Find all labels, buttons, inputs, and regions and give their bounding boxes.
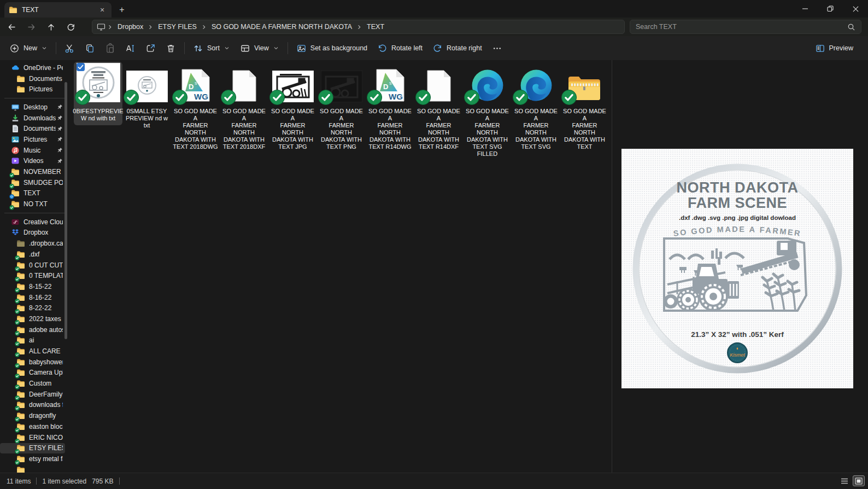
list-view-button[interactable] bbox=[838, 475, 851, 486]
sidebar-item-all-care[interactable]: ALL CARE bbox=[0, 346, 69, 357]
breadcrumb-chevron-icon[interactable] bbox=[107, 24, 114, 31]
breadcrumb-etsy-files[interactable]: ETSY FILES bbox=[154, 21, 201, 32]
sidebar-item-8-16-22[interactable]: 8-16-22 bbox=[0, 292, 69, 303]
share-icon bbox=[145, 43, 156, 54]
sidebar-item-8-15-22[interactable]: 8-15-22 bbox=[0, 281, 69, 292]
pin-icon bbox=[57, 158, 63, 164]
sidebar-item-adobe-autosave[interactable]: adobe autosave bbox=[0, 324, 69, 335]
sidebar-item-item[interactable] bbox=[0, 464, 69, 473]
svg-text:SO GOD MADE A FARMER: SO GOD MADE A FARMER bbox=[673, 225, 802, 238]
sidebar-item-dxf[interactable]: .dxf bbox=[0, 249, 69, 260]
music-icon bbox=[11, 146, 20, 155]
sidebar-item-pictures[interactable]: Pictures bbox=[0, 134, 69, 145]
toolbar-copy-button[interactable] bbox=[80, 39, 100, 57]
sidebar-item-custom[interactable]: Custom bbox=[0, 378, 69, 389]
file-item-so-god-made-a-farmer-north-dakota-with-t[interactable]: SO GOD MADE A FARMER NORTH DAKOTA WITH T… bbox=[317, 62, 366, 154]
sidebar-item-deerfamilymou[interactable]: DeerFamilyMou bbox=[0, 389, 69, 400]
file-item-so-god-made-a-farmer-north-dakota-with-t[interactable]: SO GOD MADE A FARMER NORTH DAKOTA WITH T… bbox=[220, 62, 268, 154]
sidebar-item-label: DeerFamilyMou bbox=[29, 391, 63, 398]
preview-toggle-button[interactable]: Preview bbox=[810, 39, 858, 57]
breadcrumb-so-god-made-a-farmer-north-dakota[interactable]: SO GOD MADE A FARMER NORTH DAKOTA bbox=[208, 21, 356, 32]
new-tab-button[interactable]: + bbox=[116, 4, 128, 16]
sidebar-item-pictures[interactable]: Pictures bbox=[0, 84, 69, 95]
file-item-so-god-made-a-farmer-north-dakota-with-t[interactable]: SO GOD MADE A FARMER NORTH DAKOTA WITH T… bbox=[268, 62, 317, 154]
sidebar-item-documents[interactable]: Documents bbox=[0, 73, 69, 84]
sidebar-item-easton-block[interactable]: easton block bbox=[0, 421, 69, 432]
file-item-so-god-made-a-farmer-north-dakota-with-t[interactable]: DsWGSO GOD MADE A FARMER NORTH DAKOTA WI… bbox=[171, 62, 220, 154]
toolbar-paste-button[interactable] bbox=[100, 39, 120, 57]
file-item-so-god-made-a-farmer-north-dakota-with-t[interactable]: DsWGSO GOD MADE A FARMER NORTH DAKOTA WI… bbox=[366, 62, 414, 154]
preview-dimensions-text: 21.3” X 32” with .051” Kerf bbox=[691, 330, 784, 339]
sidebar-item-etsy-files[interactable]: ETSY FILES bbox=[0, 443, 69, 453]
sidebar-item-onedrive-perso[interactable]: OneDrive - Perso bbox=[0, 62, 69, 73]
sidebar-item-downloads[interactable]: Downloads bbox=[0, 113, 69, 124]
up-button[interactable] bbox=[43, 19, 59, 34]
creativecloud-icon bbox=[11, 218, 20, 226]
sidebar-item-label: Documents bbox=[24, 125, 56, 132]
png-thumbnail-icon bbox=[319, 63, 365, 102]
svg-text:WG: WG bbox=[194, 92, 208, 101]
address-bar[interactable]: DropboxETSY FILESSO GOD MADE A FARMER NO… bbox=[92, 20, 625, 34]
forward-button[interactable] bbox=[23, 19, 39, 34]
explorer-tab[interactable]: TEXT × bbox=[4, 2, 112, 18]
file-item-so-god-made-a-farmer-north-dakota-with-t[interactable]: SO GOD MADE A FARMER NORTH DAKOTA WITH T… bbox=[512, 62, 560, 154]
search-box[interactable] bbox=[630, 20, 861, 34]
breadcrumb-dropbox[interactable]: Dropbox bbox=[114, 21, 147, 32]
toolbar-new-button[interactable]: New bbox=[4, 39, 52, 57]
toolbar-share-button[interactable] bbox=[140, 39, 161, 57]
sidebar-item-label: ALL CARE bbox=[29, 347, 63, 355]
sidebar-scrollbar[interactable] bbox=[64, 82, 67, 339]
close-button[interactable] bbox=[843, 0, 868, 18]
breadcrumb-chevron-icon[interactable] bbox=[147, 24, 154, 31]
back-button[interactable] bbox=[3, 19, 20, 34]
breadcrumb-text[interactable]: TEXT bbox=[363, 21, 388, 32]
toolbar-set-as-background-button[interactable]: Set as background bbox=[291, 39, 372, 57]
maximize-restore-button[interactable] bbox=[818, 0, 843, 18]
sidebar-item-dropbox-cache[interactable]: .dropbox.cache bbox=[0, 238, 69, 249]
sidebar-item-smudge-pot-pai[interactable]: SMUDGE POT PAI bbox=[0, 177, 69, 188]
sidebar-item-downloads-from[interactable]: downloads from bbox=[0, 400, 69, 411]
file-item-0bifestypreview-nd-with-txt[interactable]: 0BIFESTYPREVIE W nd with txt bbox=[74, 62, 122, 125]
sidebar-item-0-templates[interactable]: 0 TEMPLATES bbox=[0, 270, 69, 281]
sidebar-item-0-cut-cut-cut[interactable]: 0 CUT CUT CUT bbox=[0, 260, 69, 271]
sidebar-item-2022-taxes[interactable]: 2022 taxes bbox=[0, 313, 69, 324]
sidebar-item-documents[interactable]: Documents bbox=[0, 123, 69, 134]
wallpaper-icon bbox=[296, 43, 307, 54]
sidebar-item-eric-nicole-ni[interactable]: ERIC NICOLE NI bbox=[0, 432, 69, 443]
sidebar-divider bbox=[4, 213, 65, 213]
sidebar-item-dragonfly[interactable]: dragonfly bbox=[0, 410, 69, 421]
sidebar-item-no-txt[interactable]: NO TXT bbox=[0, 199, 69, 209]
sidebar-item-music[interactable]: Music bbox=[0, 145, 69, 156]
toolbar-more-options-button[interactable] bbox=[487, 39, 507, 57]
toolbar-rename-button[interactable] bbox=[120, 39, 140, 57]
sidebar-item-november-23[interactable]: NOVEMBER 23 bbox=[0, 166, 69, 177]
sidebar-item-desktop[interactable]: Desktop bbox=[0, 102, 69, 113]
tab-close-icon[interactable]: × bbox=[97, 5, 107, 15]
sidebar-item-etsy-metal-fab[interactable]: etsy metal fab bbox=[0, 453, 69, 464]
toolbar-rotate-right-button[interactable]: Rotate right bbox=[427, 39, 487, 57]
file-item-so-god-made-a-farmer-north-dakota-with-t[interactable]: SO GOD MADE A FARMER NORTH DAKOTA WITH T… bbox=[414, 62, 463, 154]
thumbnail-view-button[interactable] bbox=[853, 475, 865, 486]
file-item-0small-etsy-preview-nd-w-txt[interactable]: 0SMALL ETSY PREVIEW nd w txt bbox=[122, 62, 171, 132]
sidebar-item-text[interactable]: TEXT bbox=[0, 188, 69, 199]
toolbar-sort-button[interactable]: Sort bbox=[188, 39, 235, 57]
toolbar-view-button[interactable]: View bbox=[235, 39, 284, 57]
toolbar-cut-button[interactable] bbox=[60, 39, 80, 57]
search-input[interactable] bbox=[636, 23, 847, 31]
file-item-so-god-made-a-farmer-north-dakota-with-t[interactable]: SO GOD MADE A FARMER NORTH DAKOTA WITH T… bbox=[560, 62, 609, 154]
sidebar-item-creative-cloud-fi[interactable]: Creative Cloud Fi bbox=[0, 217, 69, 228]
breadcrumb-chevron-icon[interactable] bbox=[356, 24, 363, 31]
breadcrumb-chevron-icon[interactable] bbox=[201, 24, 208, 31]
file-item-so-god-made-a-farmer-north-dakota-with-t[interactable]: SO GOD MADE A FARMER NORTH DAKOTA WITH T… bbox=[463, 62, 512, 161]
sidebar-item-ai[interactable]: ai bbox=[0, 335, 69, 346]
sidebar-item-camera-upload[interactable]: Camera Upload: bbox=[0, 368, 69, 379]
refresh-button[interactable] bbox=[62, 19, 79, 34]
sidebar-item-8-22-22[interactable]: 8-22-22 bbox=[0, 302, 69, 313]
item-checkbox[interactable] bbox=[77, 63, 85, 71]
sidebar-item-videos[interactable]: Videos bbox=[0, 156, 69, 167]
toolbar-rotate-left-button[interactable]: Rotate left bbox=[372, 39, 427, 57]
toolbar-delete-button[interactable] bbox=[161, 39, 181, 57]
minimize-button[interactable] bbox=[793, 0, 818, 18]
sidebar-item-dropbox[interactable]: Dropbox bbox=[0, 228, 69, 238]
sidebar-item-babyshower[interactable]: babyshower bbox=[0, 357, 69, 368]
